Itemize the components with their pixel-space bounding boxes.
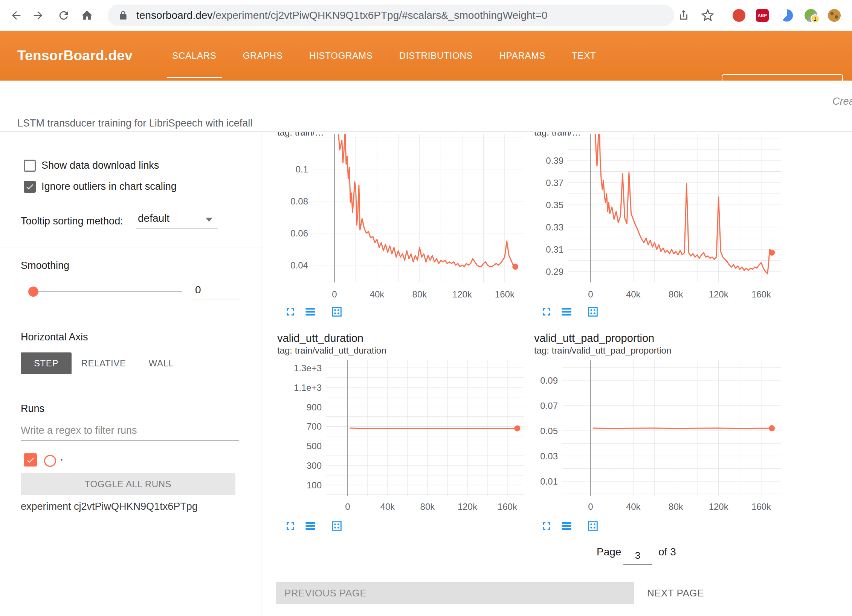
tab-distributions[interactable]: DISTRIBUTIONS <box>394 31 478 81</box>
browser-toolbar: tensorboard.dev/experiment/cj2vtPiwQHKN9… <box>0 0 852 31</box>
tab-histograms[interactable]: HISTOGRAMS <box>304 31 378 81</box>
svg-text:0.09: 0.09 <box>540 375 558 386</box>
svg-text:700: 700 <box>307 421 322 432</box>
chart-actions <box>284 519 344 533</box>
refresh-button[interactable] <box>56 8 72 23</box>
adblock-plus-icon[interactable]: ABP <box>756 9 769 22</box>
previous-page-button[interactable]: PREVIOUS PAGE <box>276 582 634 604</box>
divider <box>0 323 261 323</box>
svg-text:40k: 40k <box>370 289 385 299</box>
url-text: tensorboard.dev/experiment/cj2vtPiwQHKN9… <box>136 9 547 21</box>
bookmark-button[interactable] <box>700 8 716 23</box>
extension-red-icon[interactable] <box>733 9 745 22</box>
page-number-input[interactable] <box>623 549 652 565</box>
svg-text:120k: 120k <box>452 289 472 299</box>
fit-domain-icon <box>330 520 343 532</box>
tooltip-sorting-value: default <box>138 212 169 224</box>
axis-relative-button[interactable]: RELATIVE <box>75 352 132 374</box>
svg-text:80k: 80k <box>420 502 435 512</box>
app-header: TensorBoard.dev SCALARS GRAPHS HISTOGRAM… <box>0 31 852 81</box>
fullscreen-icon <box>284 305 297 318</box>
toggle-all-runs-button[interactable]: TOGGLE ALL RUNS <box>21 473 235 495</box>
runs-label: Runs <box>21 403 44 415</box>
svg-text:0.03: 0.03 <box>540 451 558 461</box>
svg-text:0: 0 <box>588 502 593 512</box>
tab-scalars[interactable]: SCALARS <box>167 31 222 81</box>
show-download-links-checkbox[interactable] <box>24 160 36 172</box>
ignore-outliers-label: Ignore outliers in chart scaling <box>41 181 177 192</box>
svg-text:0.01: 0.01 <box>540 476 558 486</box>
smoothing-slider-track[interactable] <box>33 291 182 292</box>
axis-wall-button[interactable]: WALL <box>140 352 182 374</box>
svg-text:120k: 120k <box>709 502 729 512</box>
svg-text:0.07: 0.07 <box>540 401 558 411</box>
cookie-icon[interactable] <box>828 9 841 22</box>
smoothing-slider-thumb[interactable] <box>28 287 38 297</box>
fit-domain-icon <box>586 305 599 318</box>
page-of-label: of 3 <box>658 546 676 558</box>
share-icon <box>677 9 690 22</box>
tooltip-sorting-label: Tooltip sorting method: <box>21 215 123 227</box>
scalar-chart-canvas[interactable]: 0.040.060.080.1040k80k120k160k <box>281 132 537 301</box>
axis-step-button[interactable]: STEP <box>21 352 72 374</box>
forward-button[interactable] <box>30 8 46 23</box>
address-bar[interactable]: tensorboard.dev/experiment/cj2vtPiwQHKN9… <box>108 5 674 26</box>
svg-text:0.29: 0.29 <box>546 267 563 277</box>
runs-selector-button[interactable] <box>560 305 573 319</box>
fit-domain-button[interactable] <box>586 305 600 319</box>
tab-hparams[interactable]: HPARAMS <box>494 31 551 81</box>
svg-text:0: 0 <box>588 289 593 299</box>
list-icon <box>560 520 573 532</box>
runs-selector-button[interactable] <box>304 519 317 533</box>
svg-text:0.39: 0.39 <box>546 156 563 166</box>
expand-chart-button[interactable] <box>284 519 297 533</box>
svg-text:0.37: 0.37 <box>546 178 563 188</box>
scalar-chart-canvas[interactable]: 0.010.030.050.070.09040k80k120k160k <box>537 354 793 514</box>
svg-text:80k: 80k <box>412 289 428 299</box>
profile-avatar-icon[interactable]: 1 <box>805 9 817 22</box>
run-color-swatch[interactable] <box>44 455 56 467</box>
svg-text:900: 900 <box>307 402 322 412</box>
runs-filter-input[interactable] <box>21 422 239 441</box>
star-icon <box>701 9 714 22</box>
fit-domain-button[interactable] <box>330 305 344 319</box>
smoothing-value-input[interactable] <box>193 283 241 299</box>
expand-chart-button[interactable] <box>284 305 297 319</box>
svg-text:300: 300 <box>307 460 322 471</box>
fullscreen-icon <box>540 520 553 532</box>
fit-domain-button[interactable] <box>330 519 344 533</box>
fit-domain-button[interactable] <box>586 519 600 533</box>
expand-chart-button[interactable] <box>540 305 553 319</box>
tab-text[interactable]: TEXT <box>566 31 602 81</box>
profile-badge: 1 <box>811 14 820 23</box>
app-logo[interactable]: TensorBoard.dev <box>17 31 133 81</box>
tab-graphs[interactable]: GRAPHS <box>238 31 288 81</box>
back-button[interactable] <box>8 8 24 23</box>
fullscreen-icon <box>540 305 553 318</box>
run-checkbox[interactable] <box>24 453 37 467</box>
runs-selector-button[interactable] <box>304 305 317 319</box>
next-page-button[interactable]: NEXT PAGE <box>640 582 711 604</box>
tooltip-sorting-dropdown[interactable]: default <box>136 211 218 229</box>
chart-title: valid_utt_duration <box>277 332 363 345</box>
svg-text:0.33: 0.33 <box>546 222 563 232</box>
svg-text:1.1e+3: 1.1e+3 <box>294 383 322 393</box>
chart-actions <box>284 305 344 319</box>
svg-text:40k: 40k <box>380 502 395 512</box>
svg-text:0.04: 0.04 <box>290 260 308 270</box>
svg-text:0.05: 0.05 <box>540 426 558 436</box>
svg-text:40k: 40k <box>626 502 641 512</box>
check-icon <box>25 182 34 191</box>
scalar-chart-canvas[interactable]: 0.290.310.330.350.370.39040k80k120k160k <box>537 132 793 301</box>
chevron-down-icon <box>206 218 212 222</box>
home-button[interactable] <box>79 8 95 23</box>
runs-selector-button[interactable] <box>560 519 573 533</box>
scalar-chart-canvas[interactable]: 1003005007009001.1e+31.3e+3040k80k120k16… <box>281 354 537 514</box>
extension-blue-icon[interactable] <box>780 9 793 22</box>
svg-text:0: 0 <box>332 289 337 299</box>
chart-actions <box>540 519 600 533</box>
expand-chart-button[interactable] <box>540 519 553 533</box>
main-nav: SCALARS GRAPHS HISTOGRAMS DISTRIBUTIONS … <box>167 31 617 81</box>
ignore-outliers-checkbox[interactable] <box>24 181 36 193</box>
share-button[interactable] <box>676 8 692 23</box>
